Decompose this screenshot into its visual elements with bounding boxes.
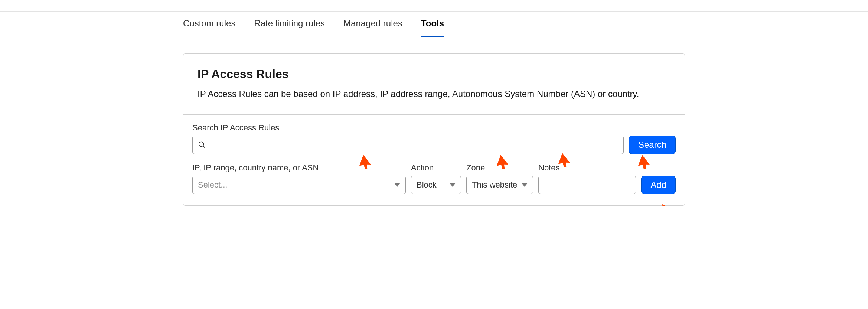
search-button[interactable]: Search bbox=[629, 136, 676, 154]
zone-select-value: This website bbox=[472, 180, 517, 190]
action-field-label: Action bbox=[411, 163, 461, 173]
ip-field-label: IP, IP range, country name, or ASN bbox=[192, 163, 406, 173]
action-select-value: Block bbox=[417, 180, 437, 190]
tab-managed-rules[interactable]: Managed rules bbox=[343, 12, 402, 37]
chevron-down-icon bbox=[450, 183, 456, 187]
svg-line-1 bbox=[203, 146, 205, 148]
panel-title: IP Access Rules bbox=[198, 67, 670, 81]
ip-select-value: Select... bbox=[198, 180, 227, 190]
chevron-down-icon bbox=[522, 183, 528, 187]
search-icon bbox=[198, 141, 206, 149]
search-input-wrapper[interactable] bbox=[192, 136, 624, 154]
search-input[interactable] bbox=[210, 140, 618, 150]
cursor-arrow-icon bbox=[661, 203, 673, 206]
add-button[interactable]: Add bbox=[641, 176, 676, 194]
zone-select[interactable]: This website bbox=[466, 176, 533, 194]
ip-select[interactable]: Select... bbox=[192, 176, 406, 194]
tabs-nav: Custom rules Rate limiting rules Managed… bbox=[183, 12, 685, 37]
chevron-down-icon bbox=[394, 183, 400, 187]
tab-custom-rules[interactable]: Custom rules bbox=[183, 12, 235, 37]
ip-access-rules-panel: IP Access Rules IP Access Rules can be b… bbox=[183, 53, 685, 206]
action-select[interactable]: Block bbox=[411, 176, 461, 194]
svg-point-0 bbox=[199, 142, 204, 146]
tab-rate-limiting[interactable]: Rate limiting rules bbox=[254, 12, 325, 37]
search-label: Search IP Access Rules bbox=[192, 123, 676, 133]
notes-field-label: Notes bbox=[538, 163, 636, 173]
zone-field-label: Zone bbox=[466, 163, 533, 173]
panel-description: IP Access Rules can be based on IP addre… bbox=[198, 88, 670, 100]
notes-input[interactable] bbox=[538, 176, 636, 194]
tab-tools[interactable]: Tools bbox=[421, 12, 444, 37]
